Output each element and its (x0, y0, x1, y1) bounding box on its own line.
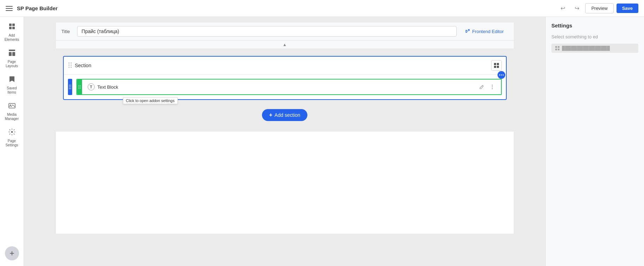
column-area: T Text Block (64, 75, 506, 99)
addon-tooltip: Click to open addon settings (123, 97, 178, 104)
svg-rect-6 (12, 52, 15, 56)
svg-point-11 (70, 62, 71, 63)
svg-point-25 (70, 88, 71, 89)
undo-button[interactable]: ↩ (557, 3, 568, 14)
add-elements-icon (8, 23, 16, 32)
sidebar: Add Elements Page Layouts Saved Items Me… (0, 17, 24, 266)
sidebar-bottom (5, 243, 19, 263)
svg-rect-18 (494, 66, 496, 68)
svg-point-24 (69, 88, 69, 89)
svg-point-34 (492, 88, 492, 89)
addon-label: Text Block (98, 84, 474, 90)
column-drag-handle[interactable] (68, 79, 72, 95)
svg-point-20 (69, 85, 69, 86)
svg-point-21 (70, 85, 71, 86)
settings-panel: Settings Select something to ed ████████… (545, 17, 644, 266)
svg-rect-16 (494, 63, 496, 65)
canvas-area: Title Frontend Editor ▲ (24, 17, 545, 266)
sidebar-item-page-settings[interactable]: Page Settings (1, 125, 23, 150)
topbar: SP Page Builder ↩ ↪ Preview Save (0, 0, 644, 17)
svg-point-29 (80, 87, 81, 87)
svg-rect-0 (9, 24, 12, 26)
preview-button[interactable]: Preview (585, 3, 613, 13)
section-layout-button[interactable] (491, 60, 502, 71)
add-section-area: + Add section (63, 106, 507, 125)
svg-point-9 (11, 131, 13, 133)
svg-rect-17 (497, 63, 499, 65)
svg-rect-5 (9, 52, 12, 56)
text-block-type-icon: T (88, 83, 95, 90)
svg-rect-4 (9, 50, 15, 51)
addon-edit-button[interactable] (477, 82, 486, 91)
saved-items-icon (8, 75, 16, 85)
sidebar-item-saved-items[interactable]: Saved Items (1, 72, 23, 97)
svg-point-10 (68, 62, 69, 63)
addon-actions (477, 82, 497, 91)
svg-rect-1 (12, 24, 15, 26)
add-section-button[interactable]: + Add section (262, 109, 307, 121)
svg-rect-19 (497, 66, 499, 68)
frontend-editor-label: Frontend Editor (472, 29, 504, 34)
svg-point-26 (79, 85, 79, 86)
page-settings-label: Page Settings (3, 139, 21, 147)
title-input[interactable] (77, 26, 457, 37)
svg-rect-2 (9, 27, 12, 29)
settings-addon-preview: ████████████████ (551, 44, 638, 53)
svg-point-32 (492, 85, 492, 86)
svg-point-28 (79, 87, 79, 87)
page-settings-icon (8, 128, 16, 138)
svg-rect-38 (555, 46, 557, 48)
svg-point-37 (502, 75, 504, 76)
collapse-arrow-icon[interactable]: ▲ (283, 42, 287, 47)
section-drag-icon[interactable] (68, 62, 72, 69)
section-container: Section (63, 56, 507, 100)
page-layouts-label: Page Layouts (3, 60, 21, 68)
media-manager-label: Media Manager (3, 113, 21, 121)
main-layout: Add Elements Page Layouts Saved Items Me… (0, 17, 644, 266)
svg-point-36 (501, 75, 502, 76)
section-header: Section (64, 57, 506, 75)
frontend-editor-button[interactable]: Frontend Editor (461, 27, 508, 36)
menu-icon[interactable] (6, 6, 13, 11)
page-editor: Title Frontend Editor ▲ (56, 23, 514, 234)
external-link-icon (465, 29, 470, 34)
svg-rect-40 (555, 49, 557, 50)
title-bar: Title Frontend Editor (56, 23, 514, 40)
svg-point-33 (492, 87, 492, 87)
svg-point-22 (69, 87, 69, 87)
svg-rect-3 (12, 27, 15, 29)
page-content: Section (56, 49, 514, 132)
sidebar-item-page-layouts[interactable]: Page Layouts (1, 46, 23, 71)
saved-items-label: Saved Items (3, 86, 21, 95)
save-button[interactable]: Save (617, 4, 638, 13)
section-more-options-button[interactable] (498, 71, 505, 79)
column-inner: T Text Block (76, 79, 502, 95)
svg-point-27 (80, 85, 81, 86)
section-header-right (491, 60, 502, 71)
svg-rect-39 (558, 46, 559, 48)
topbar-left: SP Page Builder (6, 5, 553, 11)
settings-placeholder-text: Select something to ed (551, 34, 638, 39)
media-manager-icon (8, 102, 16, 111)
svg-point-30 (79, 88, 79, 89)
sidebar-add-circle-button[interactable] (5, 246, 19, 260)
svg-point-15 (70, 66, 71, 68)
title-label: Title (62, 29, 70, 34)
svg-point-23 (70, 87, 71, 87)
section-title: Section (75, 63, 92, 68)
page-layouts-icon (8, 49, 16, 58)
addon-preview-label: ████████████████ (562, 46, 610, 51)
add-elements-label: Add Elements (3, 33, 21, 42)
svg-point-13 (70, 64, 71, 65)
sidebar-item-media-manager[interactable]: Media Manager (1, 99, 23, 124)
svg-point-12 (68, 64, 69, 65)
add-section-icon: + (269, 112, 272, 118)
collapse-bar[interactable]: ▲ (56, 40, 514, 49)
addon-more-button[interactable] (488, 82, 497, 91)
svg-point-35 (499, 75, 500, 76)
addon-drag-handle[interactable] (77, 80, 82, 94)
redo-button[interactable]: ↪ (571, 3, 582, 14)
sidebar-item-add-elements[interactable]: Add Elements (1, 20, 23, 45)
settings-panel-title: Settings (551, 23, 638, 28)
svg-point-14 (68, 66, 69, 68)
